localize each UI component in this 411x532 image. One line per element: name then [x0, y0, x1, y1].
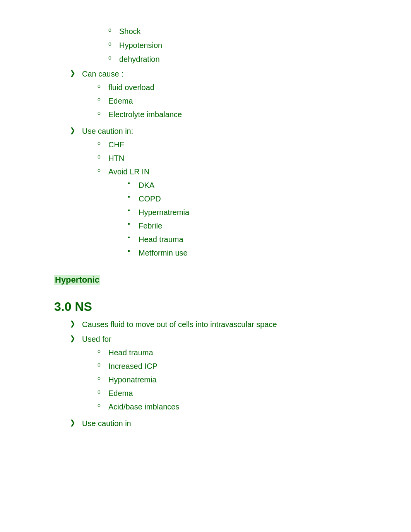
bullet-icon: ▪ [128, 193, 139, 200]
list-item: o Electrolyte imbalance [98, 109, 380, 120]
list-item: o Edema [98, 387, 380, 399]
list-item: ▪ Hypernatremia [128, 206, 189, 218]
page-container: o Shock o Hypotension o dehydration ❯ Ca… [31, 26, 380, 429]
list-item: o Head trauma [98, 347, 380, 358]
use-caution-label: Use caution in: [82, 127, 133, 135]
can-cause-label: Can cause : [82, 70, 123, 78]
item-text: fluid overload [108, 82, 154, 93]
bullet-icon: o [108, 39, 119, 47]
list-item: o Avoid LR IN ▪ DKA ▪ COPD [98, 166, 380, 261]
ns-section: 3.0 NS ❯ Causes fluid to move out of cel… [54, 300, 380, 429]
item-text: Hypotension [119, 39, 162, 51]
list-item: o Acid/base imblances [98, 401, 380, 413]
item-text: Increased ICP [108, 360, 158, 372]
top-sub-list: o Shock o Hypotension o dehydration [93, 26, 380, 65]
item-text: HTN [108, 152, 124, 164]
list-item: o dehydration [108, 53, 380, 65]
bullet-icon: o [108, 26, 119, 33]
list-item: o HTN [98, 152, 380, 164]
list-item: ▪ Febrile [128, 220, 189, 232]
use-caution-ns-label: Use caution in [82, 419, 131, 428]
item-text: Acid/base imblances [108, 401, 179, 413]
bullet-icon: o [98, 139, 108, 146]
list-item: o Shock [108, 26, 380, 37]
item-text: COPD [139, 193, 161, 205]
item-text: Shock [119, 26, 141, 37]
causes-fluid-text: Causes fluid to move out of cells into i… [82, 320, 277, 329]
list-item: o CHF [98, 139, 380, 150]
causes-fluid-item: ❯ Causes fluid to move out of cells into… [70, 319, 380, 330]
bullet-icon: ▪ [128, 247, 139, 254]
list-item: o Increased ICP [98, 360, 380, 372]
use-caution-ns-block: Use caution in [82, 418, 380, 429]
item-text: Electrolyte imbalance [108, 109, 182, 120]
item-text: Edema [108, 95, 133, 107]
item-text: Hypernatremia [139, 206, 189, 218]
list-item: ▪ Metformin use [128, 247, 189, 259]
item-text: Metformin use [139, 247, 188, 259]
list-item: ▪ Head trauma [128, 234, 189, 245]
used-for-item: ❯ Used for o Head trauma o Increased ICP [70, 333, 380, 414]
ns-heading: 3.0 NS [54, 300, 380, 314]
bullet-icon: o [98, 95, 108, 102]
bullet-icon: ▪ [128, 179, 139, 187]
item-text: Edema [108, 387, 133, 399]
bullet-icon: o [98, 387, 108, 395]
item-text: CHF [108, 139, 124, 150]
bullet-icon: o [98, 109, 108, 116]
bullet-icon: o [98, 360, 108, 368]
list-item: ▪ COPD [128, 193, 189, 205]
use-caution-block: Use caution in: o CHF o HTN o Avoid LR I… [82, 125, 380, 263]
causes-fluid-block: Causes fluid to move out of cells into i… [82, 319, 380, 330]
arrow-icon: ❯ [70, 319, 82, 328]
arrow-icon: ❯ [70, 418, 82, 427]
item-text: Febrile [139, 220, 162, 232]
use-caution-ns-item: ❯ Use caution in [70, 418, 380, 429]
list-item: ▪ DKA [128, 179, 189, 191]
bullet-icon: ▪ [128, 234, 139, 241]
bullet-icon: o [98, 152, 108, 160]
hypertonic-heading: Hypertonic [54, 269, 380, 288]
avoid-lr-text: Avoid LR IN [108, 167, 149, 176]
bullet-icon: ▪ [128, 206, 139, 214]
arrow-icon: ❯ [70, 68, 82, 77]
can-cause-section: ❯ Can cause : o fluid overload o Edema o… [70, 68, 380, 122]
arrow-icon: ❯ [70, 125, 82, 135]
use-caution-section: ❯ Use caution in: o CHF o HTN o Av [70, 125, 380, 263]
item-text: dehydration [119, 53, 160, 65]
list-item: o Edema [98, 95, 380, 107]
bullet-icon: o [98, 166, 108, 173]
list-item: o fluid overload [98, 82, 380, 93]
bullet-icon: o [98, 401, 108, 408]
can-cause-block: Can cause : o fluid overload o Edema o E… [82, 68, 380, 122]
item-text: Head trauma [139, 234, 183, 245]
used-for-block: Used for o Head trauma o Increased ICP o [82, 333, 380, 414]
list-item: o Hypotension [108, 39, 380, 51]
used-for-label: Used for [82, 335, 111, 343]
bullet-icon: ▪ [128, 220, 139, 227]
hypertonic-label: Hypertonic [54, 275, 100, 285]
item-text: Hyponatremia [108, 374, 157, 385]
bullet-icon: o [98, 347, 108, 354]
bullet-icon: o [98, 374, 108, 381]
bullet-icon: o [108, 53, 119, 61]
bullet-icon: o [98, 82, 108, 89]
item-text: Head trauma [108, 347, 153, 358]
arrow-icon: ❯ [70, 333, 82, 343]
avoid-lr-block: Avoid LR IN ▪ DKA ▪ COPD [108, 166, 189, 261]
list-item: o Hyponatremia [98, 374, 380, 385]
item-text: DKA [139, 179, 154, 191]
